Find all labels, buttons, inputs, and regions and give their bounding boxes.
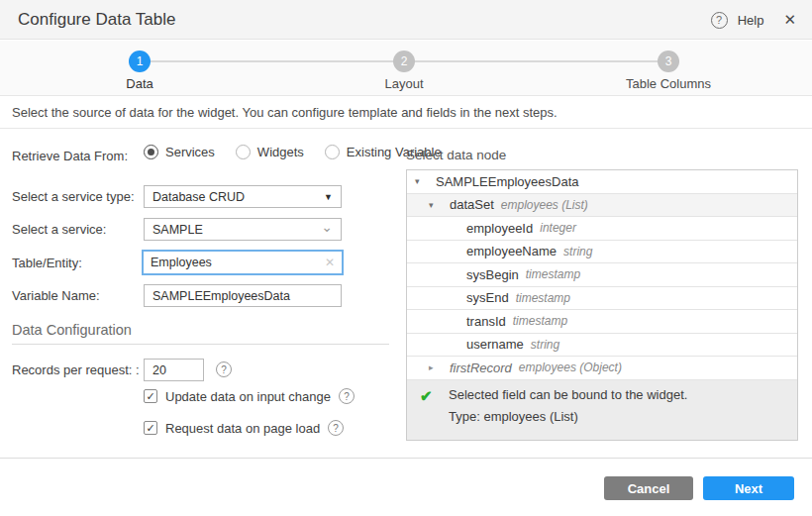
- radio-existing-variable-control[interactable]: [325, 145, 340, 159]
- chevron-down-icon: ⌄: [321, 222, 333, 232]
- records-per-request-input[interactable]: [144, 359, 204, 381]
- service-select[interactable]: SAMPLE ⌄: [144, 218, 342, 241]
- tree-row-sysbegin[interactable]: sysBegin timestamp: [407, 263, 797, 287]
- node-name: firstRecord: [450, 361, 512, 375]
- footer-divider: [0, 458, 812, 459]
- step-1-circle[interactable]: 1: [129, 51, 151, 72]
- service-type-select[interactable]: Database CRUD ▼: [144, 185, 342, 208]
- request-on-page-load-label: Request data on page load: [165, 421, 320, 436]
- question-glyph: ?: [716, 14, 722, 26]
- node-name: transId: [466, 314, 506, 329]
- question-glyph: ?: [221, 364, 227, 375]
- update-on-input-change-help-icon[interactable]: ?: [339, 388, 355, 404]
- step-2-label[interactable]: Layout: [384, 76, 423, 91]
- node-name: dataSet: [450, 197, 494, 212]
- cancel-button[interactable]: Cancel: [604, 476, 693, 500]
- retrieve-data-from-label: Retrieve Data From:: [12, 149, 128, 163]
- binding-info-message: Selected field can be bound to the widge…: [449, 387, 687, 402]
- stepper-connector: [151, 60, 393, 62]
- tree-row-sysend[interactable]: sysEnd timestamp: [407, 287, 797, 311]
- radio-services[interactable]: Services: [144, 145, 215, 159]
- table-entity-field-wrap: ✕: [142, 250, 344, 275]
- request-on-page-load-row[interactable]: ✓ Request data on page load ?: [144, 420, 344, 436]
- binding-info-type: Type: employees (List): [449, 409, 578, 424]
- node-type: string: [563, 245, 592, 258]
- radio-widgets-label: Widgets: [257, 145, 304, 159]
- service-type-value: Database CRUD: [152, 190, 324, 204]
- service-label: Select a service:: [12, 218, 106, 241]
- variable-name-input[interactable]: [144, 284, 342, 307]
- next-button[interactable]: Next: [703, 476, 794, 500]
- node-type: employees (Object): [519, 361, 622, 374]
- stepper-connector: [415, 60, 658, 62]
- node-type: integer: [540, 221, 576, 235]
- clear-icon[interactable]: ✕: [325, 256, 335, 269]
- data-node-tree: ▾ SAMPLEEmployeesData ▾ dataSet employee…: [406, 169, 798, 441]
- node-name: sysEnd: [466, 290, 509, 305]
- tree-row-username[interactable]: username string: [407, 334, 797, 358]
- check-icon: ✓: [146, 423, 154, 434]
- wizard-stepper: 1 2 3 Data Layout Table Columns: [0, 41, 812, 96]
- node-type: timestamp: [513, 314, 567, 328]
- step-description: Select the source of data for the widget…: [0, 97, 812, 129]
- tree-row-employeename[interactable]: employeeName string: [407, 241, 797, 264]
- dropdown-caret-icon: ▼: [324, 192, 333, 202]
- radio-services-control[interactable]: [144, 145, 158, 159]
- node-name: username: [466, 337, 524, 352]
- title-bar-actions: ? Help ✕: [711, 0, 796, 40]
- step-3-label[interactable]: Table Columns: [626, 76, 711, 91]
- step-3-circle[interactable]: 3: [658, 51, 679, 72]
- chevron-down-icon[interactable]: ▾: [429, 200, 441, 210]
- chevron-right-icon[interactable]: ▸: [429, 362, 441, 372]
- tree-row-employeeid[interactable]: employeeId integer: [407, 217, 797, 241]
- records-per-request-label: Records per request: :: [12, 359, 140, 381]
- question-glyph: ?: [333, 423, 339, 434]
- update-on-input-change-label: Update data on input change: [165, 389, 331, 404]
- update-on-input-change-row[interactable]: ✓ Update data on input change ?: [144, 388, 355, 404]
- dialog-title: Configure Data Table: [18, 0, 175, 40]
- step-1-label[interactable]: Data: [126, 76, 152, 91]
- data-source-radio-group: Services Widgets Existing Variable: [144, 145, 442, 159]
- service-type-label: Select a service type:: [12, 185, 135, 208]
- step-2-circle[interactable]: 2: [393, 51, 415, 72]
- node-name: employeeName: [466, 244, 557, 258]
- title-bar: Configure Data Table ? Help ✕: [0, 0, 812, 40]
- tree-row-root[interactable]: ▾ SAMPLEEmployeesData: [407, 170, 797, 194]
- data-configuration-heading: Data Configuration: [12, 322, 132, 338]
- chevron-down-icon[interactable]: ▾: [415, 176, 427, 186]
- success-check-icon: ✔: [420, 387, 433, 405]
- table-entity-input[interactable]: [151, 256, 325, 269]
- binding-info-box: ✔ Selected field can be bound to the wid…: [407, 380, 797, 441]
- update-on-input-change-checkbox[interactable]: ✓: [144, 389, 157, 403]
- question-glyph: ?: [344, 391, 350, 402]
- node-name: employeeId: [466, 221, 533, 236]
- radio-widgets[interactable]: Widgets: [236, 145, 304, 159]
- section-divider: [12, 344, 389, 345]
- node-type: timestamp: [516, 291, 570, 305]
- select-data-node-heading: Select data node: [406, 148, 506, 162]
- node-name: SAMPLEEmployeesData: [436, 174, 579, 189]
- tree-row-dataset[interactable]: ▾ dataSet employees (List): [407, 194, 797, 218]
- variable-name-label: Variable Name:: [12, 284, 100, 307]
- node-type: employees (List): [501, 198, 588, 212]
- node-type: timestamp: [526, 267, 580, 281]
- help-icon[interactable]: ?: [711, 12, 728, 29]
- service-value: SAMPLE: [152, 223, 321, 237]
- node-type: string: [531, 338, 559, 352]
- radio-widgets-control[interactable]: [236, 145, 251, 159]
- configure-data-table-dialog: Configure Data Table ? Help ✕ 1 2 3 Data…: [0, 0, 812, 516]
- help-link[interactable]: Help: [738, 13, 764, 28]
- request-on-page-load-help-icon[interactable]: ?: [328, 420, 344, 436]
- records-help-icon[interactable]: ?: [216, 361, 232, 377]
- tree-row-transid[interactable]: transId timestamp: [407, 310, 797, 334]
- table-entity-label: Table/Entity:: [12, 251, 82, 275]
- radio-services-label: Services: [165, 145, 215, 159]
- request-on-page-load-checkbox[interactable]: ✓: [144, 421, 157, 435]
- close-icon[interactable]: ✕: [783, 11, 796, 29]
- check-icon: ✓: [146, 391, 154, 402]
- tree-row-firstrecord[interactable]: ▸ firstRecord employees (Object): [407, 357, 797, 380]
- node-name: sysBegin: [466, 267, 519, 282]
